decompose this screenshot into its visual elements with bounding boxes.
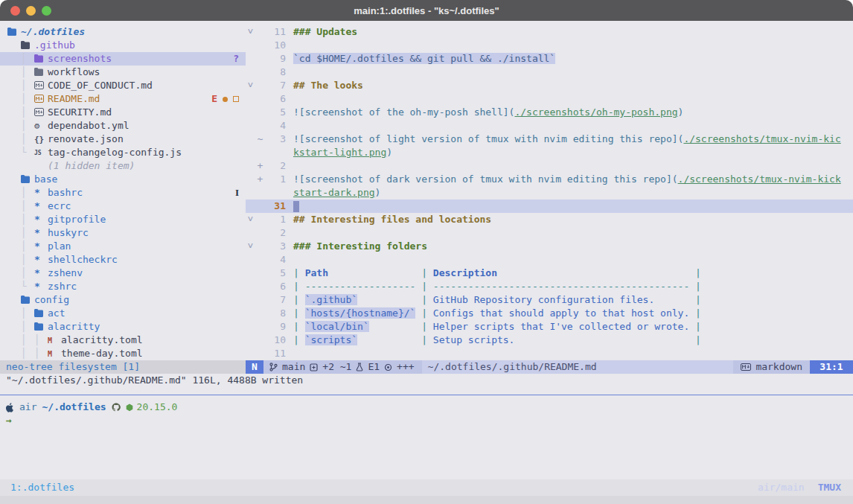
syntax-segment-tbl: Configs that should apply to that host o…: [433, 307, 689, 319]
tree-item-bashrc[interactable]: │*bashrcI: [0, 186, 246, 200]
tree-item-act[interactable]: │act: [0, 307, 246, 320]
editor-line[interactable]: 9`cd $HOME/.dotfiles && git pull && ./in…: [246, 52, 853, 66]
tree-item--1-hidden-item-[interactable]: (1 hidden item): [0, 159, 246, 173]
git-modified-dot-icon: [223, 97, 228, 102]
editor-line[interactable]: ˅7## The looks: [246, 79, 853, 92]
minimize-button[interactable]: [26, 6, 36, 16]
indent-guide: │: [21, 226, 34, 240]
line-text: start-dark.png): [286, 186, 853, 200]
tree-item-screenshots[interactable]: │screenshots?: [0, 52, 246, 66]
editor-line[interactable]: ˅1## Interesting files and locations: [246, 213, 853, 226]
syntax-segment-plain: [514, 334, 695, 345]
editor-line[interactable]: 10: [246, 39, 853, 52]
syntax-segment-img: ![screenshot of dark version of tmux wit…: [293, 173, 678, 185]
editor-line[interactable]: 5| Path | Description |: [246, 267, 853, 280]
line-number: 8: [265, 66, 286, 79]
line-number: 7: [265, 79, 286, 92]
indent-guide: │: [21, 79, 34, 92]
editor-line[interactable]: ˅11### Updates: [246, 25, 853, 39]
tree-item-plan[interactable]: │*plan: [0, 240, 246, 253]
tmux-pane-divider[interactable]: [0, 395, 853, 395]
editor-line[interactable]: kstart-light.png): [246, 146, 853, 159]
zoom-button[interactable]: [42, 6, 51, 16]
editor-buffer[interactable]: ˅11### Updates109`cd $HOME/.dotfiles && …: [246, 21, 853, 360]
tree-item-ecrc[interactable]: │*ecrc: [0, 200, 246, 213]
editor-line[interactable]: ˅3### Interesting folders: [246, 240, 853, 253]
editor-line[interactable]: +2: [246, 159, 853, 173]
editor-line[interactable]: 7| `.github` | GitHub Repository configu…: [246, 293, 853, 307]
editor-line[interactable]: +1![screenshot of dark version of tmux w…: [246, 173, 853, 186]
prompt-directory: ~/.dotfiles: [42, 401, 106, 414]
tree-item-label: shellcheckrc: [48, 253, 118, 267]
line-text: ![screenshot of the oh-my-posh shell](./…: [286, 106, 853, 119]
markdown-file-icon: [34, 106, 48, 119]
tree-item-label: README.md: [48, 92, 100, 106]
line-text: | `hosts/{hostname}/` | Configs that sho…: [286, 307, 853, 320]
editor-line[interactable]: 10| `scripts` | Setup scripts. |: [246, 334, 853, 347]
fold-marker: ˅: [246, 25, 255, 39]
recording-icon: [384, 363, 392, 371]
tree-item-alacritty[interactable]: │alacritty: [0, 320, 246, 334]
editor-line[interactable]: 11: [246, 347, 853, 360]
window-title: main:1:.dotfiles - "ks~/.dotfiles": [354, 5, 499, 16]
syntax-segment-pipe: |: [421, 307, 433, 319]
toml-file-icon: M: [48, 347, 61, 361]
editor-line[interactable]: 6: [246, 92, 853, 106]
syntax-segment-img: ![screenshot of the oh-my-posh shell](: [293, 106, 514, 118]
tree-item-tag-changelog-config-js[interactable]: └JStag-changelog-config.js: [0, 146, 246, 159]
tree-item-renovate-json[interactable]: │{}renovate.json: [0, 133, 246, 146]
tree-item--github[interactable]: .github: [0, 39, 246, 52]
line-number: 2: [265, 159, 286, 173]
tree-item-dependabot-yml[interactable]: │⚙dependabot.yml: [0, 119, 246, 133]
tree-item-code-of-conduct-md[interactable]: │CODE_OF_CONDUCT.md: [0, 79, 246, 92]
line-text: ## The looks: [286, 79, 853, 92]
editor-line[interactable]: 6| ------------------- | ---------------…: [246, 280, 853, 293]
editor-cursor-line[interactable]: 31: [246, 200, 853, 213]
tmux-window-tab[interactable]: 1:.dotfiles: [0, 481, 74, 494]
markdown-file-icon: [34, 79, 48, 92]
syntax-segment-plain: [369, 321, 421, 332]
tree-item-workflows[interactable]: │workflows: [0, 66, 246, 79]
tree-item-zshenv[interactable]: │*zshenv: [0, 267, 246, 280]
tree-item-alacritty-toml[interactable]: ││Malacritty.toml: [0, 334, 246, 347]
editor-line[interactable]: 8| `hosts/{hostname}/` | Configs that sh…: [246, 307, 853, 320]
indent-guide: └: [21, 280, 34, 293]
syntax-segment-pipe: |: [695, 294, 701, 305]
tree-item-config[interactable]: config: [0, 293, 246, 307]
syntax-segment-code: `cd $HOME/.dotfiles && git pull && ./ins…: [293, 53, 555, 64]
indent-guide: │: [21, 240, 34, 253]
cmdline-message: "~/.dotfiles/.github/README.md" 116L, 44…: [0, 374, 853, 387]
syntax-segment-pipe: |: [293, 334, 305, 345]
editor-line[interactable]: ~3![screenshot of light version of tmux …: [246, 133, 853, 146]
line-number: 31: [265, 200, 286, 213]
tree-item--dotfiles[interactable]: ~/.dotfiles: [0, 25, 246, 39]
syntax-segment-pipe: |: [695, 334, 701, 345]
nodejs-icon: [126, 403, 133, 412]
line-number: 6: [265, 280, 286, 293]
rc-file-icon: *: [34, 240, 48, 253]
indent-guide: │: [21, 66, 34, 79]
node-version-segment: 20.15.0: [126, 401, 178, 414]
tree-item-gitprofile[interactable]: │*gitprofile: [0, 213, 246, 226]
tree-item-label: alacritty.toml: [61, 334, 143, 347]
tree-item-base[interactable]: base: [0, 173, 246, 186]
folder-icon: [21, 39, 34, 52]
line-number: 4: [265, 253, 286, 267]
editor-line[interactable]: start-dark.png): [246, 186, 853, 200]
editor-line[interactable]: 2: [246, 226, 853, 240]
editor-line[interactable]: 4: [246, 253, 853, 267]
editor-line[interactable]: 9| `local/bin` | Helper scripts that I'v…: [246, 320, 853, 334]
editor-line[interactable]: 4: [246, 119, 853, 133]
editor-line[interactable]: 5![screenshot of the oh-my-posh shell](.…: [246, 106, 853, 119]
close-button[interactable]: [10, 6, 20, 16]
tree-item-security-md[interactable]: │SECURITY.md: [0, 106, 246, 119]
tree-item-huskyrc[interactable]: │*huskyrc: [0, 226, 246, 240]
syntax-segment-url: ./screenshots/oh-my-posh.png: [514, 106, 677, 118]
tree-item-readme-md[interactable]: │README.mdE: [0, 92, 246, 106]
line-text: kstart-light.png): [286, 146, 853, 159]
editor-line[interactable]: 8: [246, 66, 853, 79]
tree-item-theme-day-toml[interactable]: ││Mtheme-day.toml: [0, 347, 246, 360]
tree-item-zshrc[interactable]: └*zshrc: [0, 280, 246, 293]
tree-item-shellcheckrc[interactable]: │*shellcheckrc: [0, 253, 246, 267]
titlebar[interactable]: main:1:.dotfiles - "ks~/.dotfiles": [0, 0, 853, 21]
